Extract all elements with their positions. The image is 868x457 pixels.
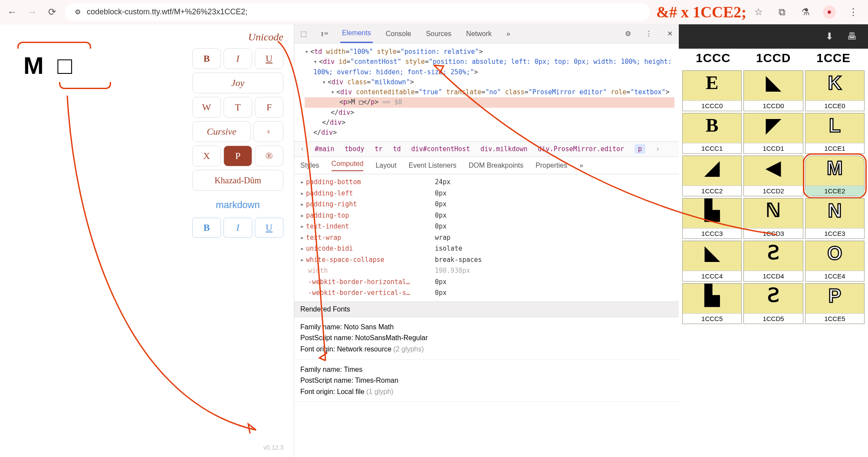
computed-row[interactable]: ▸text-indent0px <box>300 221 673 232</box>
extensions-icon[interactable]: ⧉ <box>776 6 788 18</box>
glyph-cell-1CCE0[interactable]: K1CCE0 <box>805 70 865 111</box>
computed-row[interactable]: ▸white-space-collapsebreak-spaces <box>300 255 673 266</box>
glyph-code-label: 1CCD2 <box>744 185 802 196</box>
main-split: M □ Unicode B I U Joy W T F Cursive s X … <box>0 24 868 457</box>
back-button[interactable]: ← <box>5 5 19 19</box>
glyph-cell-1CCD1[interactable]: ◤1CCD1 <box>743 113 803 154</box>
computed-row[interactable]: -webkit-border-vertical-s…0px <box>300 288 673 299</box>
crumb-tr[interactable]: tr <box>375 145 382 153</box>
p-button[interactable]: P <box>224 146 252 166</box>
crumb-scroll-left[interactable]: ‹ <box>300 145 304 153</box>
font2-ps: Times-Roman <box>355 377 398 384</box>
bold-button[interactable]: B <box>192 48 221 69</box>
superscript-button[interactable]: s <box>253 121 283 142</box>
glyph-cell-1CCC3[interactable]: ▙1CCC3 <box>682 198 742 239</box>
crumb-prosemirror[interactable]: div.ProseMirror.editor <box>538 145 624 153</box>
subtab-styles[interactable]: Styles <box>300 162 319 169</box>
glyph-cell-1CCE4[interactable]: O1CCE4 <box>805 241 865 281</box>
italic-button[interactable]: I <box>224 48 252 69</box>
glyph-cell-1CCE2[interactable]: M1CCE2 <box>805 156 865 196</box>
tab-network[interactable]: Network <box>464 24 493 43</box>
subtab-computed[interactable]: Computed <box>332 160 364 171</box>
glyph-cell-1CCD2[interactable]: ◀1CCD2 <box>743 156 803 196</box>
glyph-cell-1CCD5[interactable]: Ƨ1CCD5 <box>743 283 803 324</box>
computed-list[interactable]: ▸padding-bottom24px▸padding-left0px▸padd… <box>294 174 679 301</box>
markdown-title: markdown <box>192 199 283 211</box>
glyph-cell-1CCC4[interactable]: ◣1CCC4 <box>682 241 742 281</box>
computed-row[interactable]: ▸unicode-bidiisolate <box>300 243 673 255</box>
crumb-main[interactable]: #main <box>315 145 334 153</box>
crumb-tbody[interactable]: tbody <box>345 145 364 153</box>
khazad-button[interactable]: Khazad-Dûm <box>192 170 283 191</box>
annotation-bracket-bottom <box>59 82 111 89</box>
computed-row[interactable]: ▸text-wrapwrap <box>300 232 673 244</box>
crumb-contenthost[interactable]: div#contentHost <box>411 145 470 153</box>
tab-sources[interactable]: Sources <box>424 24 453 43</box>
underline-button[interactable]: U <box>255 48 283 69</box>
crumb-milkdown[interactable]: div.milkdown <box>480 145 527 153</box>
subtab-layout[interactable]: Layout <box>375 162 396 169</box>
computed-row[interactable]: -webkit-border-horizontal…0px <box>300 277 673 288</box>
computed-row[interactable]: ▸padding-bottom24px <box>300 177 673 188</box>
page-content: M □ Unicode B I U Joy W T F Cursive s X … <box>0 24 294 457</box>
subtab-event-listeners[interactable]: Event Listeners <box>408 162 456 169</box>
r-button[interactable]: ® <box>255 146 283 166</box>
glyph-cell-1CCD0[interactable]: ◣1CCD0 <box>743 70 803 111</box>
tab-elements[interactable]: Elements <box>340 24 373 43</box>
crumb-scroll-right[interactable]: › <box>656 145 660 153</box>
font-block-2: Family name: Times PostScript name: Time… <box>294 360 679 402</box>
computed-row[interactable]: ▸padding-top0px <box>300 210 673 222</box>
print-icon[interactable]: 🖶 <box>847 31 857 42</box>
glyph-cell-1CCE3[interactable]: N1CCE3 <box>805 198 865 239</box>
t-button[interactable]: T <box>224 97 252 118</box>
reload-button[interactable]: ⟳ <box>45 5 59 19</box>
subtabs-overflow[interactable]: » <box>579 162 583 169</box>
font1-family: Noto Sans Math <box>344 323 394 331</box>
x-button[interactable]: X <box>192 146 221 166</box>
star-icon[interactable]: ☆ <box>753 6 765 18</box>
f-button[interactable]: F <box>255 97 283 118</box>
tab-console[interactable]: Console <box>384 24 413 43</box>
w-button[interactable]: W <box>192 97 221 118</box>
font1-family-label: Family name: <box>300 323 342 331</box>
rendered-text[interactable]: M □ <box>17 51 111 79</box>
tabs-overflow[interactable]: » <box>505 24 512 43</box>
labs-icon[interactable]: ⚗ <box>799 6 812 18</box>
md-bold-button[interactable]: B <box>192 218 221 238</box>
settings-icon[interactable]: ⚙ <box>623 29 633 39</box>
md-italic-button[interactable]: I <box>224 218 252 238</box>
glyph-code-label: 1CCD1 <box>744 143 802 153</box>
devtools-menu-icon[interactable]: ⋮ <box>644 29 654 39</box>
glyph-icon: ◣ <box>766 73 781 93</box>
glyph-cell-1CCC2[interactable]: ◢1CCC2 <box>682 156 742 196</box>
site-info-icon[interactable]: ⚙ <box>73 7 82 17</box>
inspect-icon[interactable]: ⬚ <box>299 29 308 39</box>
glyph-cell-1CCC0[interactable]: Ε1CCC0 <box>682 70 742 111</box>
glyph-cell-1CCD3[interactable]: ℕ1CCD3 <box>743 198 803 239</box>
crumb-td[interactable]: td <box>393 145 401 153</box>
close-devtools-icon[interactable]: ✕ <box>665 29 674 39</box>
device-toggle-icon[interactable]: ⫾▭ <box>319 29 329 39</box>
subtab-properties[interactable]: Properties <box>536 162 567 169</box>
computed-row[interactable]: width190.938px <box>300 265 673 277</box>
glyph-code-label: 1CCC2 <box>683 185 741 196</box>
forward-button[interactable]: → <box>25 5 39 19</box>
glyph-cell-1CCE1[interactable]: L1CCE1 <box>805 113 865 154</box>
address-bar[interactable]: ⚙ codeblock-custom.tty.wtf/M+%26%23x1CCE… <box>65 3 650 21</box>
font1-origin: Network resource <box>337 345 391 353</box>
glyph-cell-1CCD4[interactable]: Ƨ1CCD4 <box>743 241 803 281</box>
glyph-cell-1CCC5[interactable]: ▙1CCC5 <box>682 283 742 324</box>
subtab-dom-breakpoints[interactable]: DOM Breakpoints <box>469 162 523 169</box>
computed-row[interactable]: ▸padding-left0px <box>300 188 673 199</box>
computed-row[interactable]: ▸padding-right0px <box>300 199 673 210</box>
glyph-cell-1CCC1[interactable]: Β1CCC1 <box>682 113 742 154</box>
crumb-p[interactable]: p <box>635 144 645 154</box>
glyph-cell-1CCE5[interactable]: P1CCE5 <box>805 283 865 324</box>
md-underline-button[interactable]: U <box>255 218 283 238</box>
cursive-button[interactable]: Cursive <box>192 121 251 142</box>
dom-tree[interactable]: ▾<td width="100%" style="position: relat… <box>294 43 679 141</box>
profile-avatar[interactable]: ● <box>823 6 836 19</box>
download-icon[interactable]: ⬇ <box>825 31 833 42</box>
joy-button[interactable]: Joy <box>192 73 283 93</box>
kebab-menu-icon[interactable]: ⋮ <box>847 6 859 18</box>
